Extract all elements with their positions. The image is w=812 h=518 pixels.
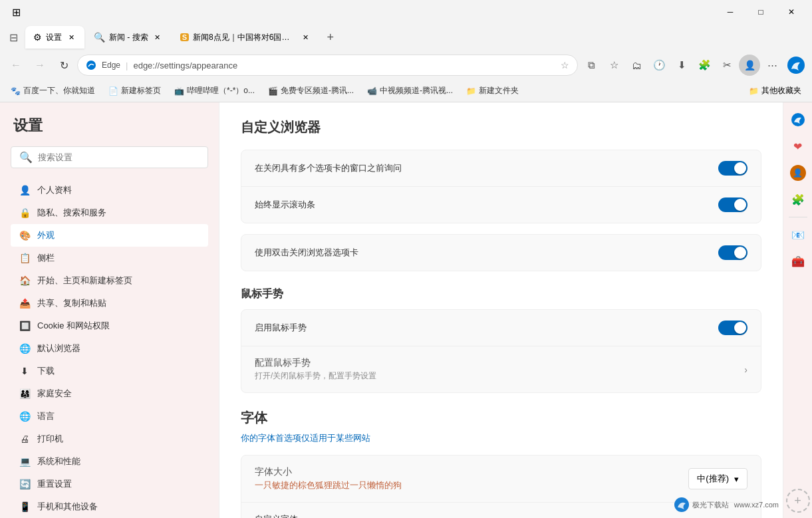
history-button[interactable]: 🕐 xyxy=(648,55,670,76)
font-subtitle[interactable]: 你的字体首选项仅适用于某些网站 xyxy=(241,432,761,444)
back-button[interactable]: ← xyxy=(5,55,27,76)
sidebar-item-downloads-label: 下载 xyxy=(37,365,55,377)
privacy-nav-icon: 🔒 xyxy=(19,207,31,219)
screenshot-button[interactable]: ✂ xyxy=(716,55,738,76)
favorite-icon[interactable]: ☆ xyxy=(561,60,569,70)
new-tab-button[interactable]: + xyxy=(320,27,341,48)
font-section-title: 字体 xyxy=(241,409,761,427)
sidebar-item-default-browser-label: 默认浏览器 xyxy=(37,342,80,354)
settings-card-double-click: 使用双击关闭浏览器选项卡 xyxy=(241,234,761,271)
bookmark-baidu-label: 百度一下、你就知道 xyxy=(23,85,95,96)
sidebar-item-system-label: 系统和性能 xyxy=(37,455,80,467)
default-browser-nav-icon: 🌐 xyxy=(19,342,31,354)
sidebar-item-start[interactable]: 🏠 开始、主页和新建标签页 xyxy=(11,269,208,292)
sidebar-item-system[interactable]: 💻 系统和性能 xyxy=(11,450,208,473)
url-prefix: edge://settings/ xyxy=(133,61,192,70)
copilot-logo[interactable] xyxy=(785,55,807,76)
confirm-close-toggle[interactable] xyxy=(718,161,747,176)
sidebar-item-appearance[interactable]: 🎨 外观 xyxy=(11,224,208,247)
copilot-sidebar-button[interactable] xyxy=(786,108,810,132)
settings-tab-icon: ⚙ xyxy=(33,32,42,43)
tab-settings-label: 设置 xyxy=(46,32,62,43)
address-bar-row: ← → ↻ Edge | edge://settings/appearance … xyxy=(0,51,812,80)
reset-nav-icon: 🔄 xyxy=(19,478,31,490)
font-size-select[interactable]: 中(推荐) ▾ xyxy=(688,468,747,489)
enable-mouse-toggle[interactable] xyxy=(718,321,747,335)
tab-news-search[interactable]: 🔍 新闻 - 搜索 ✕ xyxy=(86,26,171,49)
sidebar-toggle-button[interactable]: ⊟ xyxy=(3,27,24,48)
bookmarks-more[interactable]: 📁 其他收藏夹 xyxy=(744,84,807,98)
bookmark-folder[interactable]: 📁 新建文件夹 xyxy=(461,84,524,98)
search-input[interactable] xyxy=(38,152,200,162)
bookmark-baidu[interactable]: 🐾 百度一下、你就知道 xyxy=(5,84,100,98)
sidebar-item-profile-label: 个人资料 xyxy=(37,184,72,196)
scrollbar-label: 始终显示滚动条 xyxy=(255,199,315,211)
collections-button[interactable]: 🗂 xyxy=(626,55,647,76)
downloads-nav-icon: ⬇ xyxy=(19,365,31,377)
settings-row-double-click: 使用双击关闭浏览器选项卡 xyxy=(241,235,761,271)
appearance-nav-icon: 🎨 xyxy=(19,229,31,241)
sidebar-item-downloads[interactable]: ⬇ 下载 xyxy=(11,360,208,382)
watermark-url: www.xz7.com xyxy=(734,501,779,509)
tab-news-search-close[interactable]: ✕ xyxy=(152,32,163,43)
tab-news-article-close[interactable]: ✕ xyxy=(301,32,311,43)
chevron-right-icon: › xyxy=(744,364,747,375)
tab-bar: ⊟ ⚙ 设置 ✕ 🔍 新闻 - 搜索 ✕ S 新闻8点见｜中国将对6国试行单..… xyxy=(0,24,812,51)
sidebar-item-family-label: 家庭安全 xyxy=(37,388,72,400)
sidebar-item-profile[interactable]: 👤 个人资料 xyxy=(11,179,208,201)
settings-row-configure-mouse[interactable]: 配置鼠标手势 打开/关闭鼠标手势，配置手势设置 › xyxy=(241,346,761,392)
maximize-button[interactable]: □ xyxy=(745,0,776,24)
tab-news-article[interactable]: S 新闻8点见｜中国将对6国试行单... ✕ xyxy=(172,26,319,49)
bookmark-tencent-video-label: 中视频频道-腾讯视... xyxy=(380,85,453,96)
settings-row-enable-mouse: 启用鼠标手势 xyxy=(241,310,761,346)
sidebar-item-cookies[interactable]: 🔲 Cookie 和网站权限 xyxy=(11,315,208,337)
sidebar-item-reset[interactable]: 🔄 重置设置 xyxy=(11,473,208,495)
sidebar-item-sidebar[interactable]: 📋 侧栏 xyxy=(11,247,208,269)
more-button[interactable]: ⋯ xyxy=(761,55,783,76)
close-button[interactable]: ✕ xyxy=(776,0,807,24)
tools-sidebar-button[interactable]: 🧰 xyxy=(786,249,810,273)
downloads-button[interactable]: ⬇ xyxy=(671,55,692,76)
profile-button[interactable]: 👤 xyxy=(739,55,760,76)
tab-news-search-label: 新闻 - 搜索 xyxy=(109,32,148,43)
profile-sidebar-button[interactable]: 👤 xyxy=(786,161,810,185)
watermark: 极光下载站 www.xz7.com xyxy=(674,497,779,513)
font-size-label: 字体大小 xyxy=(255,466,402,478)
sidebar-item-language[interactable]: 🌐 语言 xyxy=(11,405,208,428)
split-screen-button[interactable]: ⧉ xyxy=(581,55,602,76)
favorites-sidebar-button[interactable]: ❤ xyxy=(786,134,810,158)
tab-settings-close[interactable]: ✕ xyxy=(66,32,76,43)
search-box[interactable]: 🔍 xyxy=(11,146,208,168)
minimize-button[interactable]: ─ xyxy=(715,0,745,24)
extensions-sidebar-button[interactable]: 🧩 xyxy=(786,188,810,211)
double-click-label: 使用双击关闭浏览器选项卡 xyxy=(255,247,358,259)
add-sidebar-item-button[interactable]: + xyxy=(786,489,810,513)
sidebar-item-privacy[interactable]: 🔒 隐私、搜索和服务 xyxy=(11,201,208,224)
font-size-dropdown-icon: ▾ xyxy=(734,474,739,484)
tab-settings[interactable]: ⚙ 设置 ✕ xyxy=(25,26,84,49)
sidebar-item-reset-label: 重置设置 xyxy=(37,478,72,490)
double-click-toggle[interactable] xyxy=(718,245,747,260)
sidebar-item-printer[interactable]: 🖨 打印机 xyxy=(11,428,208,450)
favorites-button[interactable]: ☆ xyxy=(603,55,624,76)
scrollbar-toggle[interactable] xyxy=(718,197,747,212)
extensions-button[interactable]: 🧩 xyxy=(694,55,715,76)
news-article-tab-icon: S xyxy=(180,33,189,41)
sidebar-item-cookies-label: Cookie 和网站权限 xyxy=(37,320,110,332)
sidebar-item-start-label: 开始、主页和新建标签页 xyxy=(37,275,132,287)
sidebar-item-phone[interactable]: 📱 手机和其他设备 xyxy=(11,495,208,518)
tencent-free-icon: 🎬 xyxy=(268,86,278,96)
bookmark-tencent-video[interactable]: 📹 中视频频道-腾讯视... xyxy=(362,84,458,98)
sidebar-item-share[interactable]: 📤 共享、复制和粘贴 xyxy=(11,292,208,315)
bookmark-tencent-free[interactable]: 🎬 免费专区频道-腾讯... xyxy=(263,84,359,98)
folder-icon: 📁 xyxy=(466,86,476,96)
refresh-button[interactable]: ↻ xyxy=(53,55,74,76)
bookmark-new-tab[interactable]: 📄 新建标签页 xyxy=(103,84,166,98)
forward-button[interactable]: → xyxy=(29,55,51,76)
mouse-section-title: 鼠标手势 xyxy=(241,287,761,301)
address-box[interactable]: Edge | edge://settings/appearance ☆ xyxy=(77,55,578,76)
outlook-sidebar-button[interactable]: 📧 xyxy=(786,223,810,247)
sidebar-item-default-browser[interactable]: 🌐 默认浏览器 xyxy=(11,337,208,360)
sidebar-item-family[interactable]: 👨‍👩‍👧 家庭安全 xyxy=(11,382,208,405)
bookmark-bilibili[interactable]: 📺 哔哩哔哩（*-*）ο... xyxy=(169,84,260,98)
